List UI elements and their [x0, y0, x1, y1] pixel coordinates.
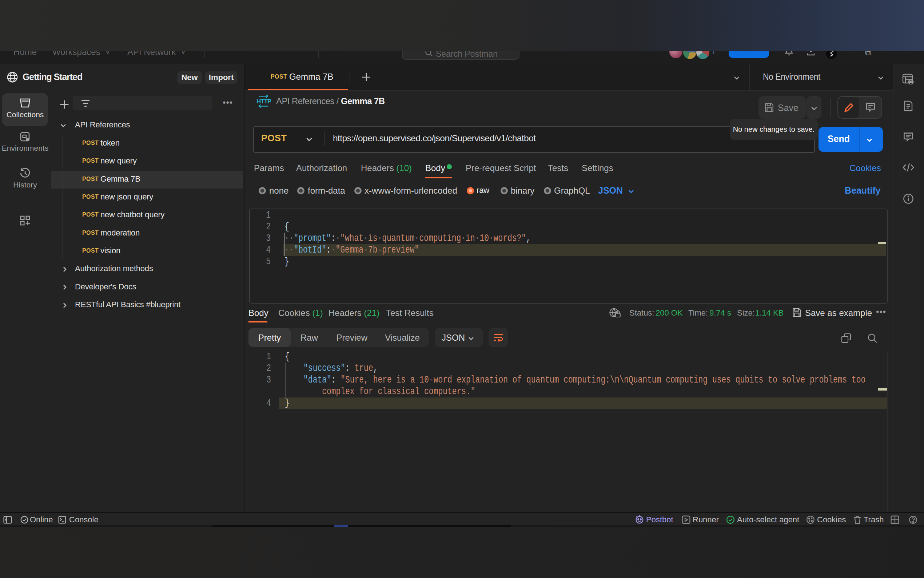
svg-text:HTTP: HTTP	[256, 98, 271, 105]
